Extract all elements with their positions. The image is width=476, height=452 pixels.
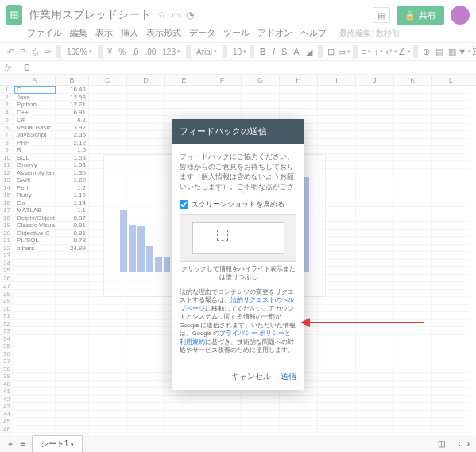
feedback-textarea[interactable]	[180, 152, 296, 193]
scroll-left-button[interactable]: ‹	[458, 439, 460, 448]
add-sheet-button[interactable]: ＋	[6, 438, 14, 450]
privacy-policy-link[interactable]: プライバシー ポリシー	[219, 330, 284, 337]
explore-button[interactable]: ◫	[438, 439, 445, 448]
all-sheets-button[interactable]: ≡	[21, 439, 25, 448]
terms-link[interactable]: 利用規約	[180, 338, 205, 346]
sheet-tab-bar: ＋ ≡ シート1 ▾ ◫ ‹ ›	[0, 435, 476, 452]
dialog-title: フィードバックの送信	[172, 119, 304, 144]
legal-text: 法的な理由でコンテンツの変更をリクエストする場合は、法的リクエストのヘルプページ…	[180, 288, 296, 355]
sheet-tab-1[interactable]: シート1 ▾	[32, 435, 83, 452]
scroll-right-button[interactable]: ›	[467, 439, 470, 448]
feedback-dialog: フィードバックの送信 スクリーンショットを含める クリックして情報をハイライト表…	[172, 119, 304, 390]
include-screenshot-label: スクリーンショットを含める	[192, 199, 284, 210]
send-button[interactable]: 送信	[281, 371, 296, 382]
screenshot-preview[interactable]	[180, 214, 296, 262]
include-screenshot-checkbox[interactable]	[180, 200, 188, 209]
preview-caption: クリックして情報をハイライト表示または塗りつぶし	[180, 265, 296, 282]
cancel-button[interactable]: キャンセル	[231, 371, 271, 382]
annotation-arrow	[300, 321, 424, 324]
